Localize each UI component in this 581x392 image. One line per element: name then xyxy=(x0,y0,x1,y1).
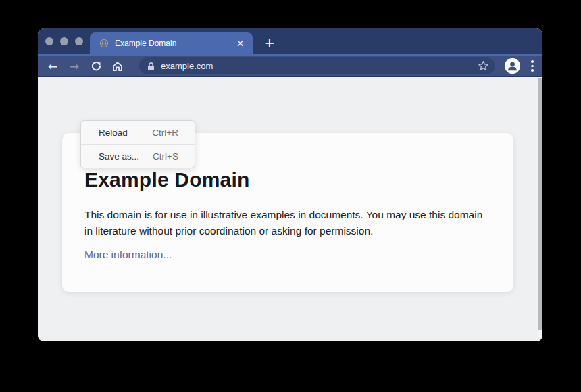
new-tab-button[interactable]: + xyxy=(259,32,280,53)
more-information-link[interactable]: More information... xyxy=(84,249,172,261)
reload-button[interactable] xyxy=(88,58,104,74)
menu-item-shortcut: Ctrl+R xyxy=(152,128,178,138)
home-icon xyxy=(111,60,124,72)
url-text[interactable]: example.com xyxy=(161,61,477,71)
profile-avatar-button[interactable] xyxy=(505,58,520,74)
traffic-light-zoom[interactable] xyxy=(75,37,83,45)
traffic-light-minimize[interactable] xyxy=(60,37,68,45)
tab-title: Example Domain xyxy=(115,39,230,48)
profile-avatar-icon xyxy=(505,58,520,74)
context-menu-item-save-as[interactable]: Save as... Ctrl+S xyxy=(81,145,195,168)
bookmark-star-icon[interactable] xyxy=(477,59,490,72)
address-bar[interactable]: example.com xyxy=(139,57,495,74)
back-button[interactable]: ← xyxy=(45,58,61,74)
page-viewport: Example Domain This domain is for use in… xyxy=(38,77,542,341)
browser-toolbar: ← → example.com xyxy=(38,56,542,77)
forward-button[interactable]: → xyxy=(66,58,82,74)
tab-example-domain[interactable]: Example Domain × xyxy=(90,32,253,54)
tab-close-button[interactable]: × xyxy=(236,39,245,49)
tab-strip: Example Domain × + xyxy=(38,28,542,54)
page-title: Example Domain xyxy=(84,168,491,191)
menu-item-label: Save as... xyxy=(99,151,139,162)
page-paragraph: This domain is for use in illustrative e… xyxy=(84,207,484,239)
kebab-menu-button[interactable] xyxy=(529,60,536,72)
menu-item-shortcut: Ctrl+S xyxy=(153,151,178,162)
window-controls xyxy=(45,37,83,45)
traffic-light-close[interactable] xyxy=(45,37,53,45)
lock-icon xyxy=(147,62,155,71)
scrollbar-thumb[interactable] xyxy=(538,78,542,330)
scrollbar[interactable] xyxy=(537,77,542,341)
context-menu: Reload Ctrl+R Save as... Ctrl+S xyxy=(80,120,195,168)
kebab-menu-icon xyxy=(531,60,534,63)
browser-window: Example Domain × + ← → example.com xyxy=(38,28,542,341)
reload-icon xyxy=(91,60,102,72)
home-button[interactable] xyxy=(109,58,126,74)
globe-icon xyxy=(99,39,109,48)
menu-item-label: Reload xyxy=(99,128,128,138)
context-menu-item-reload[interactable]: Reload Ctrl+R xyxy=(81,121,195,144)
